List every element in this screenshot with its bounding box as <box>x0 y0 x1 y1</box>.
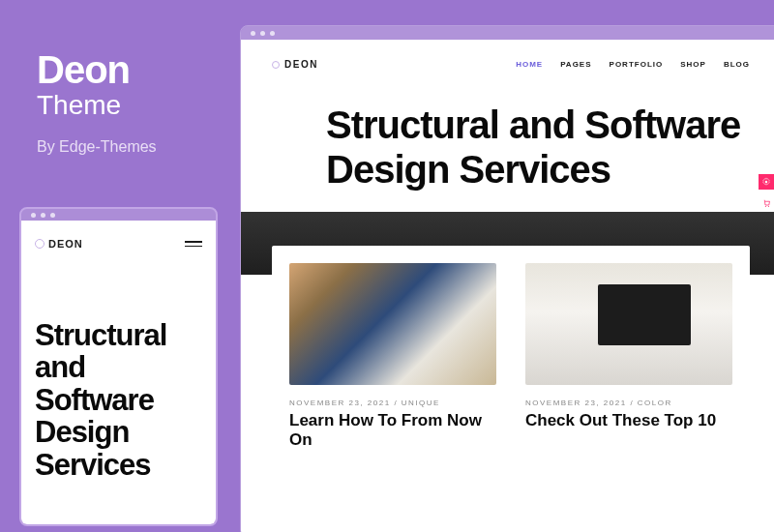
theme-subtitle: Theme <box>37 90 157 121</box>
logo-mark-icon <box>272 61 280 69</box>
blog-card[interactable]: NOVEMBER 23, 2021 / UNIQUE Learn How To … <box>289 263 496 451</box>
nav-item-portfolio[interactable]: PORTFOLIO <box>610 60 664 69</box>
svg-point-2 <box>767 205 768 206</box>
mobile-screen: DEON Structural and Software Design Serv… <box>21 221 216 524</box>
hero-heading: Structural and Software Design Services <box>326 103 754 192</box>
window-chrome <box>241 26 774 40</box>
mobile-hero-heading: Structural and Software Design Services <box>35 319 202 481</box>
card-date: NOVEMBER 23, 2021 <box>525 399 627 407</box>
cart-button[interactable] <box>759 195 774 211</box>
floating-side-buttons <box>759 174 774 211</box>
nav-item-pages[interactable]: PAGES <box>560 60 591 69</box>
desktop-nav: DEON HOME PAGES PORTFOLIO SHOP BLOG <box>241 40 774 79</box>
cart-icon <box>762 199 771 208</box>
desktop-preview-window: DEON HOME PAGES PORTFOLIO SHOP BLOG Stru… <box>240 25 774 532</box>
blog-cards: NOVEMBER 23, 2021 / UNIQUE Learn How To … <box>272 246 750 451</box>
card-date: NOVEMBER 23, 2021 <box>289 399 391 407</box>
mobile-preview-window: DEON Structural and Software Design Serv… <box>19 207 218 526</box>
hamburger-menu-icon[interactable] <box>185 241 202 247</box>
carousel-next-arrow[interactable]: › <box>763 412 768 428</box>
theme-info: Deon Theme By Edge-Themes <box>37 48 157 156</box>
gear-icon <box>761 177 771 187</box>
theme-title: Deon <box>37 48 157 92</box>
desktop-logo[interactable]: DEON <box>272 59 318 70</box>
nav-menu: HOME PAGES PORTFOLIO SHOP BLOG <box>516 60 750 69</box>
desktop-logo-text: DEON <box>284 59 318 70</box>
card-meta: NOVEMBER 23, 2021 / UNIQUE <box>289 399 496 407</box>
nav-item-shop[interactable]: SHOP <box>680 60 706 69</box>
card-title: Check Out These Top 10 <box>525 411 732 430</box>
nav-item-home[interactable]: HOME <box>516 60 543 69</box>
nav-item-blog[interactable]: BLOG <box>724 60 750 69</box>
card-tag[interactable]: UNIQUE <box>402 399 440 407</box>
card-image <box>525 263 732 385</box>
settings-button[interactable] <box>759 174 774 190</box>
window-chrome <box>21 209 216 221</box>
svg-point-1 <box>764 205 765 206</box>
blog-card[interactable]: NOVEMBER 23, 2021 / COLOR Check Out Thes… <box>525 263 732 451</box>
mobile-logo-text: DEON <box>48 238 83 250</box>
card-meta: NOVEMBER 23, 2021 / COLOR <box>525 399 732 407</box>
card-image <box>289 263 496 385</box>
desktop-screen: DEON HOME PAGES PORTFOLIO SHOP BLOG Stru… <box>241 40 774 532</box>
theme-byline: By Edge-Themes <box>37 138 157 156</box>
hero-section: Structural and Software Design Services <box>241 79 774 212</box>
logo-mark-icon <box>35 239 45 249</box>
svg-point-0 <box>765 181 768 184</box>
mobile-header: DEON <box>35 238 202 250</box>
card-title: Learn How To From Now On <box>289 411 496 451</box>
mobile-logo[interactable]: DEON <box>35 238 83 250</box>
card-tag[interactable]: COLOR <box>638 399 672 407</box>
